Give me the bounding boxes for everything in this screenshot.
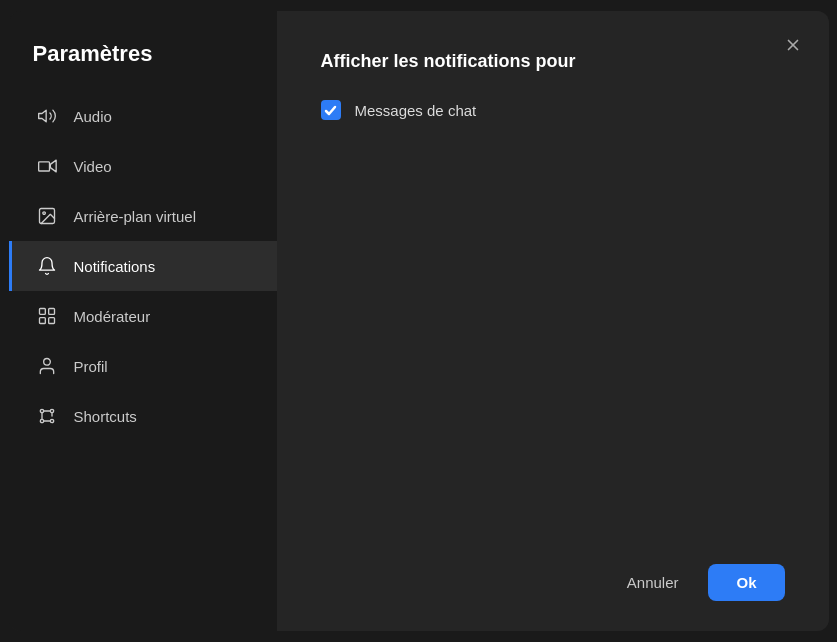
ok-button[interactable]: Ok xyxy=(708,564,784,601)
video-icon xyxy=(36,155,58,177)
svg-point-4 xyxy=(42,212,45,215)
settings-dialog: Paramètres Audio Video Arrière-plan virt… xyxy=(9,11,829,631)
shortcuts-icon xyxy=(36,405,58,427)
sidebar-item-label-virtual-bg: Arrière-plan virtuel xyxy=(74,208,197,225)
sidebar-item-virtual-bg[interactable]: Arrière-plan virtuel xyxy=(9,191,277,241)
svg-marker-0 xyxy=(38,110,46,122)
sidebar-item-shortcuts[interactable]: Shortcuts xyxy=(9,391,277,441)
svg-point-9 xyxy=(43,359,50,366)
sidebar-item-audio[interactable]: Audio xyxy=(9,91,277,141)
main-content: Afficher les notifications pour Messages… xyxy=(277,11,829,631)
sidebar-item-moderator[interactable]: Modérateur xyxy=(9,291,277,341)
chat-messages-row: Messages de chat xyxy=(321,100,785,120)
sidebar-item-profile[interactable]: Profil xyxy=(9,341,277,391)
svg-rect-8 xyxy=(48,318,54,324)
close-button[interactable] xyxy=(777,29,809,61)
chat-messages-checkbox[interactable] xyxy=(321,100,341,120)
cancel-button[interactable]: Annuler xyxy=(611,564,695,601)
volume-icon xyxy=(36,105,58,127)
sidebar-item-label-profile: Profil xyxy=(74,358,108,375)
sidebar: Paramètres Audio Video Arrière-plan virt… xyxy=(9,11,277,631)
bell-icon xyxy=(36,255,58,277)
svg-rect-6 xyxy=(48,309,54,315)
profile-icon xyxy=(36,355,58,377)
svg-rect-7 xyxy=(39,318,45,324)
image-icon xyxy=(36,205,58,227)
svg-rect-5 xyxy=(39,309,45,315)
sidebar-item-label-audio: Audio xyxy=(74,108,112,125)
sidebar-item-label-notifications: Notifications xyxy=(74,258,156,275)
sidebar-item-label-video: Video xyxy=(74,158,112,175)
section-title: Afficher les notifications pour xyxy=(321,51,785,72)
sidebar-title: Paramètres xyxy=(9,31,277,91)
sidebar-item-video[interactable]: Video xyxy=(9,141,277,191)
svg-point-17 xyxy=(50,419,53,422)
sidebar-item-label-shortcuts: Shortcuts xyxy=(74,408,137,425)
chat-messages-label: Messages de chat xyxy=(355,102,477,119)
sidebar-item-notifications[interactable]: Notifications xyxy=(9,241,277,291)
svg-rect-1 xyxy=(38,162,49,171)
footer: Annuler Ok xyxy=(321,564,785,601)
svg-marker-2 xyxy=(50,160,56,172)
sidebar-item-label-moderator: Modérateur xyxy=(74,308,151,325)
moderator-icon xyxy=(36,305,58,327)
